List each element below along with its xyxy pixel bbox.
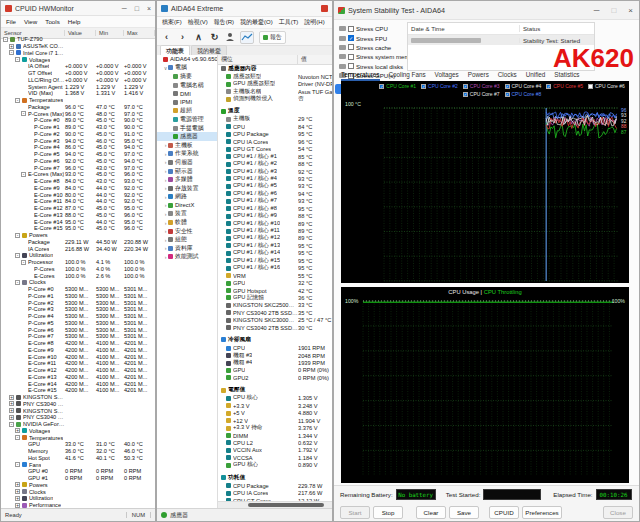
hw-sensor-row[interactable]: E-Core #124200 M...4100 M...4201 M... [1,367,155,374]
tree-item-sum[interactable]: 摘要 [157,72,217,81]
menu-item[interactable]: 檢視(V) [188,18,208,27]
legend-item[interactable]: ✓CPU Core #5 [546,83,583,90]
collapse-toggle[interactable]: - [21,172,26,177]
minimize-icon[interactable]: ─ [594,6,600,15]
checked-checkbox[interactable]: ✓ [546,84,551,89]
collapse-toggle[interactable]: - [9,422,14,427]
tree-item-os[interactable]: ›作業系統 [157,150,217,159]
hw-sensor-row[interactable]: Package96.0 °C47.0 °C97.0 °C [1,104,155,111]
hw-sensor-row[interactable]: +ASUSTeK COMPUTE... [1,43,155,50]
menu-item-view[interactable]: View [24,18,37,25]
hw-sensor-row[interactable]: P-Core #05300 M...5300 M...5301 M... [1,286,155,293]
tab-clocks[interactable]: Clocks [498,71,517,81]
hw-sensor-row[interactable]: GPU33.0 °C31.0 °C40.0 °C [1,441,155,448]
expand-toggle[interactable]: + [9,44,14,49]
sensor-row[interactable]: +5 V4.880 V [218,410,332,417]
hw-sensor-row[interactable]: P-Core #65300 M...5300 M...5301 M... [1,326,155,333]
column-field[interactable]: 欄位 [218,55,298,64]
hw-sensor-row[interactable]: +KINGSTON SKC3000... [1,394,155,401]
hw-sensor-row[interactable]: P-Core #394.0 °C46.0 °C95.0 °C [1,137,155,144]
unchecked-checkbox[interactable] [588,84,593,89]
stability-titlebar[interactable]: System Stability Test - AIDA64 ─ □ × [334,1,639,20]
tab-cooling-fans[interactable]: Cooling Fans [389,71,426,81]
tree-item-mm[interactable]: ›多媒體 [157,175,217,184]
sensor-row[interactable]: DIMM1.344 V [218,432,332,439]
tree-item-dx[interactable]: ›DirectX [157,201,217,210]
hw-sensor-row[interactable]: E-Core #114200 M...4100 M...4201 M... [1,360,155,367]
sensor-row[interactable]: VCCIN Aux1.792 V [218,447,332,454]
menu-item[interactable]: 工具(T) [279,18,299,27]
maximize-icon[interactable]: □ [135,5,139,12]
up-icon[interactable]: ∧ [193,32,204,42]
hw-sensor-row[interactable]: E-Core #1184.0 °C44.0 °C92.0 °C [1,198,155,205]
clear-button[interactable]: Clear [416,506,446,519]
hw-sensor-row[interactable]: +Clocks [1,488,155,495]
sensor-row[interactable]: GPU0 RPM (0%) [218,367,332,374]
tree-item-bench[interactable]: ›效能測試 [157,253,217,262]
legend-item[interactable]: CPU Core #6 [588,83,625,90]
tab-unified[interactable]: Unified [526,71,546,81]
sensor-row[interactable]: GPU20 RPM (0%) [218,374,332,381]
unchecked-checkbox[interactable] [348,44,354,50]
hw-sensor-row[interactable]: -Fans [1,461,155,468]
legend-item[interactable]: ✓CPU Core #7 [463,91,500,98]
hw-sensor-row[interactable]: P-Cores100.0 %4.0 %100.0 % [1,266,155,273]
section-header[interactable]: 冷卻風扇 [218,335,332,344]
tree-item-net[interactable]: ›網路 [157,193,217,202]
hwmonitor-titlebar[interactable]: CPUID HWMonitor ─ □ × [1,1,155,16]
hw-sensor-row[interactable]: +Voltages [1,428,155,435]
hw-sensor-row[interactable]: GPU #10 RPM0 RPM0 RPM [1,475,155,482]
tree-item-lap[interactable]: 手提電腦 [157,124,217,133]
collapse-toggle[interactable]: - [21,260,26,265]
tree-item-comp[interactable]: ∨電腦 [157,64,217,73]
tab-temperatures[interactable]: Temperatures [341,71,380,81]
expand-toggle[interactable]: + [9,415,14,420]
hw-sensor-row[interactable]: E-Core #884.0 °C43.0 °C93.0 °C [1,178,155,185]
hw-sensor-row[interactable]: IA Offset+0.000 V+0.000 V+0.000 V [1,63,155,70]
forward-icon[interactable]: › [177,32,188,42]
sensor-row[interactable]: CPU Package229.78 W [218,482,332,489]
sensor-row[interactable]: CPU #1 / 核心 #1695 °C [218,265,332,272]
close-icon[interactable]: × [628,6,633,15]
section-header[interactable]: 電壓值 [218,386,332,395]
tab-statistics[interactable]: Statistics [554,71,579,81]
menu-item[interactable]: 報告(R) [214,18,234,27]
stress-option[interactable]: ✓Stress FPU [339,33,405,42]
hw-sensor-row[interactable]: P-Core #75300 M...5300 M...5301 M... [1,333,155,340]
hw-sensor-row[interactable]: P-Core #796.0 °C43.0 °C97.0 °C [1,164,155,171]
menu-item[interactable]: 說明(H) [304,18,324,27]
checked-checkbox[interactable]: ✓ [505,92,510,97]
sensor-row[interactable]: 機箱 #41939 RPM [218,359,332,366]
close-icon[interactable]: × [147,5,151,12]
collapse-toggle[interactable]: - [15,462,20,467]
hw-sensor-row[interactable]: E-Core #134200 M...4100 M...4201 M... [1,374,155,381]
back-icon[interactable]: ‹ [161,32,172,42]
hw-sensor-row[interactable]: System Agent1.229 V1.229 V1.229 V [1,83,155,90]
hw-sensor-row[interactable]: Package229.11 W44.50 W230.88 W [1,239,155,246]
hw-sensor-row[interactable]: -E-Cores (Max)93.0 °C45.0 °C96.0 °C [1,171,155,178]
hw-sensor-row[interactable]: +PNY CS3040 2TB SSD [1,401,155,408]
tree-item-name[interactable]: 電腦名稱 [157,81,217,90]
chart-icon[interactable] [240,31,254,44]
sensor-row[interactable]: +3.3 V3.248 V [218,402,332,409]
hw-sensor-row[interactable]: -NVIDIA GeForce RT... [1,421,155,428]
hw-sensor-row[interactable]: P-Core #089.0 °C45.0 °C90.0 °C [1,117,155,124]
section-header[interactable]: 感應器內容 [218,64,332,73]
sensor-row[interactable]: PNY CS3040 2TB SSD (PNY2...30 °C [218,324,332,331]
legend-item[interactable]: ✓CPU Core #1 [379,83,416,90]
hw-sensor-row[interactable]: VID (Max)1.368 V1.331 V1.416 V [1,90,155,97]
report-button[interactable]: 報告 [259,31,286,44]
hw-sensor-row[interactable]: LLC/Ring Offset+0.000 V+0.000 V+0.000 V [1,77,155,84]
hw-sensor-row[interactable]: -Intel Core i7 13700K [1,50,155,57]
hw-sensor-row[interactable]: GPU #00 RPM0 RPM0 RPM [1,468,155,475]
hw-sensor-row[interactable]: E-Cores100.0 %2.6 %100.0 % [1,272,155,279]
collapse-toggle[interactable]: - [21,111,26,116]
hw-sensor-row[interactable]: P-Core #25300 M...5300 M...5301 M... [1,299,155,306]
tree-item-srv[interactable]: ›伺服器 [157,158,217,167]
unchecked-checkbox[interactable] [348,63,354,69]
sensor-row[interactable]: PNY CS3040 2TB SSD (PNY2...35 °C [218,309,332,316]
stress-option[interactable]: Stress system memory [339,52,405,61]
tree-item-oc[interactable]: 超頻 [157,107,217,116]
sensor-row[interactable]: CPU IA Cores217.66 W [218,489,332,496]
preferences-button[interactable]: Preferences [522,506,562,519]
